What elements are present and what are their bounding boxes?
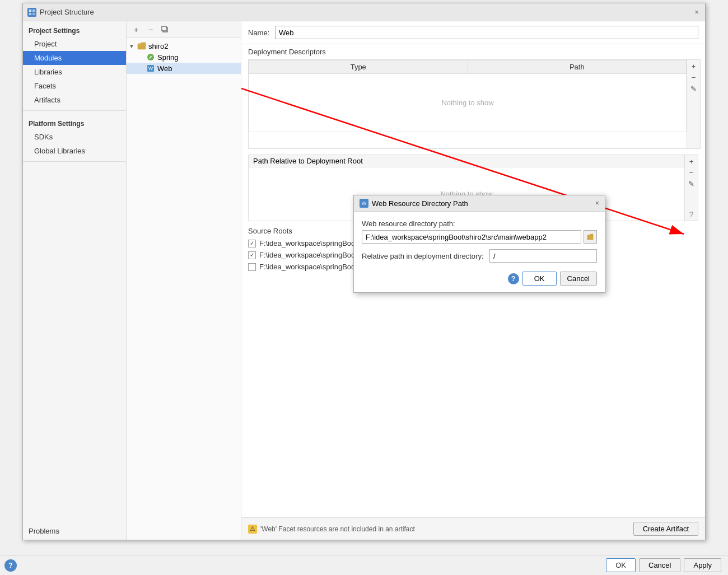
dialog-content: Web resource directory path: Relative pa… (354, 212, 605, 292)
sidebar-item-global-libraries[interactable]: Global Libraries (23, 144, 126, 158)
title-bar: Project Structure × (23, 3, 705, 21)
tree-node-shiro2-label: shiro2 (148, 42, 168, 50)
dialog-help-button[interactable]: ? (508, 273, 519, 284)
dialog-rel-input[interactable] (489, 249, 597, 263)
tree-node-shiro2[interactable]: ▼ shiro2 (127, 40, 241, 52)
warning-row: ⚠ 'Web' Facet resources are not included… (248, 525, 415, 534)
dialog-rel-row: Relative path in deployment directory: (362, 249, 597, 263)
spring-icon (146, 53, 156, 62)
svg-rect-0 (29, 10, 31, 12)
deployment-descriptors-header: Deployment Descriptors (241, 44, 705, 59)
sidebar-item-modules[interactable]: Modules (23, 51, 126, 65)
tree-node-web-label: Web (157, 64, 172, 73)
wr-add-button[interactable]: + (687, 156, 697, 166)
sidebar-item-problems[interactable]: Problems (23, 522, 126, 540)
dialog-path-row (362, 230, 597, 244)
sidebar-item-project[interactable]: Project (23, 37, 126, 51)
warning-text: 'Web' Facet resources are not included i… (260, 525, 415, 533)
dialog-browse-button[interactable] (584, 230, 597, 244)
path-relative-header: Path Relative to Deployment Root (249, 155, 684, 167)
sidebar-item-global-libraries-label: Global Libraries (34, 147, 85, 155)
tree-add-button[interactable]: + (130, 24, 142, 36)
global-ok-button[interactable]: OK (606, 558, 636, 572)
sidebar-item-modules-label: Modules (34, 54, 62, 62)
tree-toolbar: + − (127, 21, 241, 38)
name-input[interactable] (275, 26, 698, 39)
global-cancel-button[interactable]: Cancel (639, 558, 680, 572)
sidebar-item-libraries-label: Libraries (34, 68, 62, 76)
source-root-java-checkbox[interactable]: ✓ (248, 240, 256, 247)
tree-node-web[interactable]: W Web (127, 63, 241, 74)
global-bottom-bar: ? OK Cancel Apply (0, 555, 728, 575)
web-resource-dialog: W Web Resource Directory Path × Web reso… (353, 195, 605, 293)
dd-add-button[interactable]: + (689, 61, 699, 71)
tree-arrow-shiro2: ▼ (129, 43, 137, 49)
global-help-button[interactable]: ? (4, 559, 17, 572)
sidebar-item-artifacts[interactable]: Artifacts (23, 93, 126, 107)
sidebar: Project Settings Project Modules Librari… (23, 21, 127, 540)
dialog-buttons: ? OK Cancel (362, 269, 597, 287)
dialog-title-bar: W Web Resource Directory Path × (354, 195, 605, 212)
svg-rect-1 (32, 10, 35, 12)
wr-help-button[interactable]: ? (687, 209, 697, 219)
app-icon (27, 8, 36, 17)
svg-rect-3 (32, 13, 35, 15)
svg-rect-5 (162, 26, 166, 31)
dialog-icon: W (360, 199, 368, 208)
dialog-title-text: Web Resource Directory Path (372, 199, 468, 208)
svg-rect-2 (29, 13, 31, 15)
wr-edit-button[interactable]: ✎ (687, 179, 697, 189)
tree-content: ▼ shiro2 (127, 38, 241, 540)
nothing-to-show-1: Nothing to show (254, 76, 682, 129)
dialog-close-button[interactable]: × (595, 199, 599, 207)
tree-node-spring[interactable]: Spring (127, 52, 241, 63)
window-close-button[interactable]: × (693, 8, 701, 16)
deployment-descriptors-area: Deployment Descriptors Type Path Not (241, 44, 705, 149)
window-title: Project Structure (40, 8, 94, 16)
sidebar-divider-1 (23, 110, 126, 111)
main-panel: Name: Deployment Descriptors Type Path (241, 21, 705, 540)
dialog-path-input[interactable] (362, 230, 581, 244)
platform-settings-label: Platform Settings (23, 114, 126, 130)
title-bar-left: Project Structure (27, 8, 94, 17)
dialog-rel-label: Relative path in deployment directory: (362, 252, 485, 260)
project-settings-label: Project Settings (23, 21, 126, 37)
source-root-webapp2-checkbox[interactable] (248, 263, 256, 271)
sidebar-problems-label: Problems (29, 527, 59, 535)
warning-icon: ⚠ (248, 525, 257, 534)
sidebar-item-facets[interactable]: Facets (23, 79, 126, 93)
tree-node-spring-label: Spring (157, 53, 179, 62)
type-col-header: Type (249, 60, 468, 74)
wr-side-toolbar: + − ✎ ? (684, 155, 698, 221)
web-icon: W (146, 64, 156, 73)
dd-remove-button[interactable]: − (689, 72, 699, 82)
sidebar-item-artifacts-label: Artifacts (34, 96, 60, 104)
dd-side-toolbar: + − ✎ (687, 60, 700, 148)
project-structure-window: Project Structure × Project Settings Pro… (22, 3, 706, 540)
create-artifact-button[interactable]: Create Artifact (633, 522, 698, 536)
dd-edit-button[interactable]: ✎ (689, 83, 699, 94)
sidebar-item-project-label: Project (34, 40, 57, 48)
sidebar-item-sdks[interactable]: SDKs (23, 130, 126, 144)
sidebar-item-sdks-label: SDKs (34, 133, 53, 141)
dialog-path-label: Web resource directory path: (362, 219, 597, 228)
tree-copy-button[interactable] (159, 24, 171, 36)
folder-icon-shiro2 (137, 41, 147, 50)
dialog-cancel-button[interactable]: Cancel (560, 272, 597, 286)
sidebar-item-facets-label: Facets (34, 82, 56, 90)
tree-panel: + − ▼ shiro (127, 21, 241, 540)
sidebar-divider-2 (23, 161, 126, 162)
dialog-title-left: W Web Resource Directory Path (360, 199, 468, 208)
name-row: Name: (241, 21, 705, 44)
tree-remove-button[interactable]: − (144, 24, 157, 36)
path-col-header: Path (468, 60, 687, 74)
sidebar-item-libraries[interactable]: Libraries (23, 65, 126, 79)
wr-remove-button[interactable]: − (687, 167, 697, 177)
content-area: Project Settings Project Modules Librari… (23, 21, 705, 540)
global-apply-button[interactable]: Apply (684, 558, 721, 572)
name-label: Name: (248, 29, 270, 37)
bottom-warning-bar: ⚠ 'Web' Facet resources are not included… (241, 517, 705, 540)
dialog-ok-button[interactable]: OK (522, 272, 557, 286)
source-root-resources-checkbox[interactable]: ✓ (248, 251, 256, 259)
